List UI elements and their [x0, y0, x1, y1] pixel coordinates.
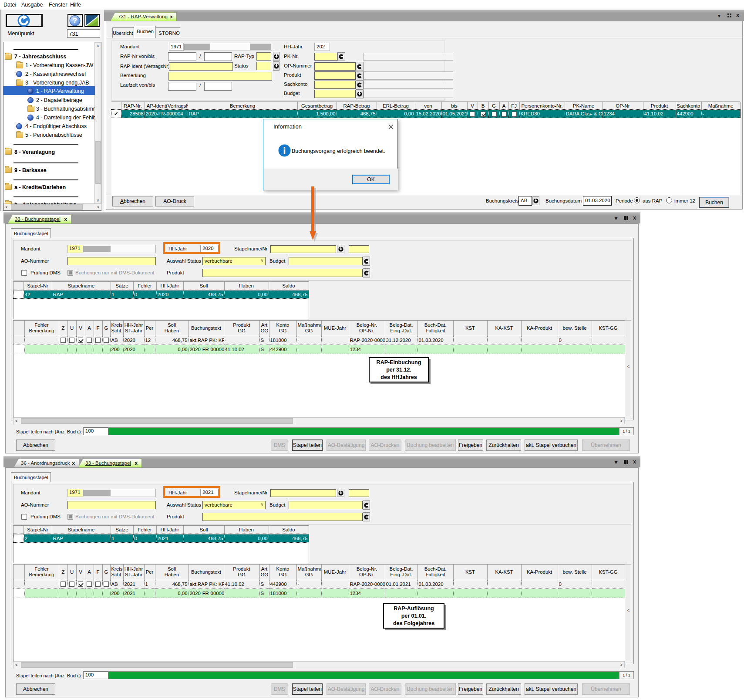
svg-text:?: ?: [73, 17, 77, 25]
